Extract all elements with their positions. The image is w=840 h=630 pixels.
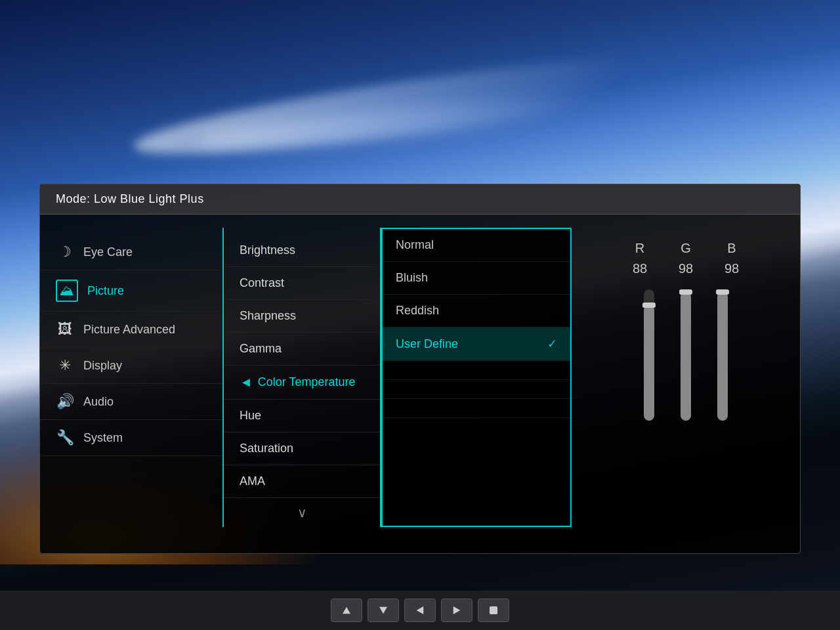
svg-marker-0 bbox=[343, 607, 350, 614]
hue-label: Hue bbox=[240, 409, 261, 423]
sidebar-item-label: Display bbox=[83, 359, 122, 373]
user-define-label: User Define bbox=[396, 337, 458, 351]
audio-icon: 🔊 bbox=[56, 393, 74, 410]
g-value: 98 bbox=[676, 261, 696, 276]
ama-label: AMA bbox=[240, 474, 265, 488]
saturation-label: Saturation bbox=[240, 442, 293, 455]
menu-item-color-temperature[interactable]: ◄ Color Temperature bbox=[224, 366, 380, 400]
rgb-sliders bbox=[644, 289, 728, 421]
rgb-values: 88 98 98 bbox=[630, 261, 742, 276]
brightness-label: Brightness bbox=[240, 243, 295, 257]
submenu-item-user-define[interactable]: User Define ✓ bbox=[383, 327, 570, 361]
sidebar-item-audio[interactable]: 🔊 Audio bbox=[40, 384, 222, 420]
taskbar-right-button[interactable] bbox=[441, 598, 472, 622]
sidebar-item-eye-care[interactable]: ☽ Eye Care bbox=[40, 234, 222, 270]
arrow-left-icon: ◄ bbox=[240, 375, 253, 390]
system-icon: 🔧 bbox=[56, 429, 74, 446]
picture-advanced-icon: 🖼 bbox=[56, 321, 74, 338]
checkmark-icon: ✓ bbox=[547, 337, 557, 351]
sidebar-item-label: Picture bbox=[87, 284, 124, 298]
taskbar-enter-button[interactable] bbox=[478, 598, 509, 622]
picture-icon: ⛰ bbox=[56, 280, 78, 302]
taskbar-up-button[interactable] bbox=[331, 598, 362, 622]
r-slider-fill bbox=[644, 305, 654, 421]
submenu-item-empty3 bbox=[383, 399, 570, 418]
g-slider[interactable] bbox=[681, 289, 691, 421]
svg-rect-4 bbox=[490, 606, 497, 614]
middle-menu: Brightness Contrast Sharpness Gamma ◄ Co… bbox=[224, 228, 381, 527]
contrast-label: Contrast bbox=[240, 276, 284, 290]
sidebar-item-picture[interactable]: ⛰ Picture bbox=[40, 270, 222, 312]
taskbar-down-button[interactable] bbox=[368, 598, 399, 622]
menu-item-ama[interactable]: AMA bbox=[224, 465, 380, 498]
submenu-item-bluish[interactable]: Bluish bbox=[383, 262, 570, 295]
b-label: B bbox=[722, 241, 742, 256]
osd-header: Mode: Low Blue Light Plus bbox=[40, 184, 800, 215]
b-slider-fill bbox=[717, 292, 728, 421]
mode-label: Mode: Low Blue Light Plus bbox=[56, 192, 204, 205]
b-value: 98 bbox=[722, 261, 742, 276]
taskbar bbox=[0, 591, 840, 630]
g-slider-fill bbox=[681, 292, 691, 421]
menu-item-gamma[interactable]: Gamma bbox=[224, 333, 380, 366]
eye-care-icon: ☽ bbox=[56, 243, 74, 261]
sidebar: ☽ Eye Care ⛰ Picture 🖼 Picture Advanced … bbox=[40, 228, 224, 527]
osd-body: ☽ Eye Care ⛰ Picture 🖼 Picture Advanced … bbox=[40, 215, 800, 540]
menu-item-contrast[interactable]: Contrast bbox=[224, 267, 380, 300]
sidebar-item-system[interactable]: 🔧 System bbox=[40, 420, 222, 456]
sidebar-item-picture-advanced[interactable]: 🖼 Picture Advanced bbox=[40, 312, 222, 348]
menu-item-brightness[interactable]: Brightness bbox=[224, 234, 380, 267]
taskbar-left-button[interactable] bbox=[404, 598, 436, 622]
rgb-labels: R G B bbox=[630, 241, 742, 256]
sidebar-item-label: Picture Advanced bbox=[83, 323, 175, 337]
normal-label: Normal bbox=[396, 238, 434, 252]
menu-item-saturation[interactable]: Saturation bbox=[224, 432, 380, 465]
b-slider-thumb[interactable] bbox=[716, 289, 729, 295]
r-slider-thumb[interactable] bbox=[642, 303, 656, 308]
b-slider[interactable] bbox=[717, 289, 728, 421]
svg-marker-3 bbox=[453, 606, 461, 614]
svg-marker-1 bbox=[379, 607, 387, 614]
submenu-item-normal[interactable]: Normal bbox=[383, 229, 570, 262]
submenu-item-empty1 bbox=[383, 361, 570, 380]
bluish-label: Bluish bbox=[396, 271, 428, 285]
display-icon: ✳ bbox=[56, 357, 74, 374]
submenu-color-temperature: Normal Bluish Reddish User Define ✓ bbox=[381, 228, 572, 527]
gamma-label: Gamma bbox=[240, 342, 282, 356]
color-temp-label: Color Temperature bbox=[258, 375, 356, 389]
r-slider[interactable] bbox=[644, 289, 654, 421]
submenu-item-empty2 bbox=[383, 380, 570, 399]
r-label: R bbox=[630, 241, 650, 256]
sharpness-label: Sharpness bbox=[240, 309, 296, 323]
sidebar-item-label: System bbox=[83, 431, 123, 445]
g-label: G bbox=[676, 241, 696, 256]
reddish-label: Reddish bbox=[396, 304, 439, 318]
svg-marker-2 bbox=[417, 606, 424, 614]
sidebar-item-display[interactable]: ✳ Display bbox=[40, 348, 222, 384]
down-arrow-icon: ∨ bbox=[297, 505, 307, 520]
osd-panel: Mode: Low Blue Light Plus ☽ Eye Care ⛰ P… bbox=[39, 184, 801, 554]
sidebar-item-label: Audio bbox=[83, 395, 114, 409]
rgb-section: R G B 88 98 98 bbox=[572, 228, 800, 527]
sidebar-item-label: Eye Care bbox=[83, 245, 133, 259]
r-value: 88 bbox=[630, 261, 650, 276]
down-arrow-row: ∨ bbox=[224, 498, 380, 520]
menu-item-sharpness[interactable]: Sharpness bbox=[224, 300, 380, 333]
g-slider-thumb[interactable] bbox=[679, 289, 692, 295]
menu-item-hue[interactable]: Hue bbox=[224, 400, 380, 432]
submenu-item-reddish[interactable]: Reddish bbox=[383, 295, 570, 327]
